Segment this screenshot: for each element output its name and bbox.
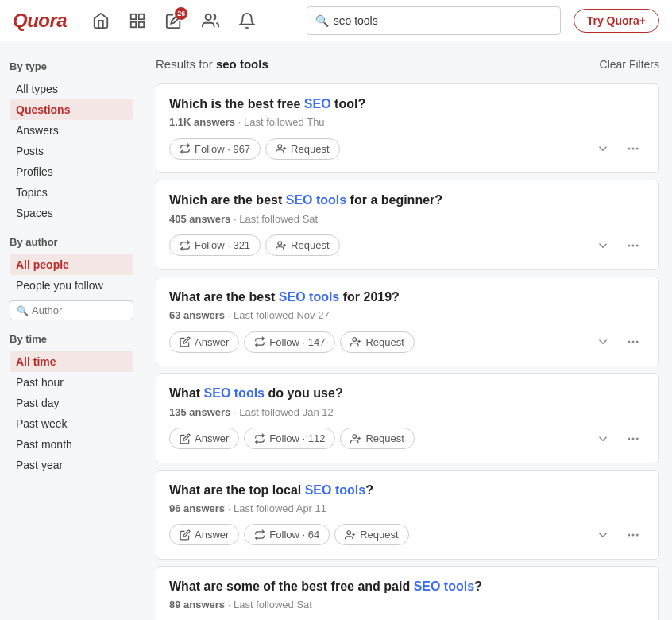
question-title[interactable]: Which is the best free SEO tool? [169, 95, 646, 113]
results-prefix: Results for [156, 57, 213, 71]
downvote-button[interactable] [590, 426, 616, 451]
results-query: seo tools [216, 57, 268, 71]
question-meta: 405 answers · Last followed Sat [169, 213, 646, 225]
filter-time-all-time[interactable]: All time [10, 351, 133, 372]
by-author-heading: By author [10, 236, 133, 248]
request-icon [350, 336, 361, 347]
answer-button[interactable]: Answer [169, 428, 239, 449]
question-title[interactable]: What SEO tools do you use? [169, 385, 646, 402]
svg-point-26 [628, 437, 630, 440]
downvote-button[interactable] [590, 329, 616, 355]
filter-author-people-you-follow[interactable]: People you follow [10, 275, 133, 296]
downvote-button[interactable] [590, 522, 616, 548]
author-search-container[interactable]: 🔍 [10, 300, 133, 320]
feed-icon [129, 12, 146, 29]
follow-icon [254, 529, 265, 541]
nav-icons: 26 [86, 6, 262, 36]
notifications-nav-button[interactable] [232, 6, 262, 36]
author-filters: All peoplePeople you follow [10, 254, 133, 296]
header: Quora 26 [0, 0, 672, 41]
write-nav-button[interactable]: 26 [159, 6, 189, 36]
filter-time-past-hour[interactable]: Past hour [10, 372, 133, 393]
search-icon: 🔍 [315, 14, 329, 27]
follow-button[interactable]: Follow · 321 [169, 234, 261, 256]
quora-logo[interactable]: Quora [13, 10, 67, 32]
svg-point-27 [632, 437, 635, 440]
home-nav-button[interactable] [86, 6, 116, 36]
filter-type-spaces[interactable]: Spaces [10, 203, 133, 223]
question-card: What are the best SEO tools for 2019?63 … [156, 277, 659, 366]
highlight-text: SEO [304, 97, 331, 110]
svg-point-33 [632, 533, 635, 536]
home-icon [92, 12, 110, 29]
svg-point-28 [636, 437, 639, 440]
follow-button[interactable]: Follow · 147 [244, 331, 335, 353]
by-time-heading: By time [10, 333, 133, 345]
downvote-button[interactable] [590, 136, 616, 161]
results-header: Results for seo tools Clear Filters [156, 54, 659, 74]
write-badge: 26 [175, 7, 187, 20]
filter-time-past-month[interactable]: Past month [10, 434, 133, 455]
question-card: What SEO tools do you use?135 answers · … [156, 373, 659, 463]
question-meta: 1.1K answers · Last followed Thu [169, 116, 646, 128]
filter-time-past-day[interactable]: Past day [10, 393, 133, 413]
ellipsis-icon [626, 238, 640, 253]
svg-point-20 [628, 341, 630, 343]
question-actions: Answer Follow · 64 Request [169, 522, 646, 548]
question-title[interactable]: What are the top local SEO tools? [169, 482, 646, 499]
more-options-button[interactable] [620, 329, 646, 355]
more-options-button[interactable] [620, 233, 646, 258]
question-title[interactable]: What are some of the best free and paid … [169, 578, 646, 595]
more-options-button[interactable] [620, 522, 646, 548]
svg-point-14 [628, 244, 630, 246]
question-title[interactable]: Which are the best SEO tools for a begin… [169, 192, 646, 209]
filter-type-all-types[interactable]: All types [10, 79, 133, 99]
follow-button[interactable]: Follow · 64 [244, 524, 330, 545]
request-button[interactable]: Request [340, 428, 414, 449]
request-button[interactable]: Request [265, 234, 339, 256]
people-nav-button[interactable] [195, 6, 226, 36]
filter-type-questions[interactable]: Questions [10, 99, 133, 120]
type-filters: All typesQuestionsAnswersPostsProfilesTo… [10, 79, 133, 223]
downvote-icon [596, 238, 610, 253]
question-title[interactable]: What are the best SEO tools for 2019? [169, 289, 646, 306]
follow-button[interactable]: Follow · 967 [169, 138, 261, 160]
follow-button[interactable]: Follow · 112 [244, 428, 335, 449]
svg-point-11 [278, 242, 282, 246]
svg-point-22 [636, 341, 639, 343]
downvote-button[interactable] [590, 233, 616, 258]
clear-filters-button[interactable]: Clear Filters [600, 58, 659, 71]
filter-type-answers[interactable]: Answers [10, 120, 133, 141]
more-options-button[interactable] [620, 136, 646, 161]
svg-point-10 [636, 148, 639, 150]
search-bar[interactable]: 🔍 [307, 6, 561, 35]
try-plus-button[interactable]: Try Quora+ [574, 9, 659, 33]
request-button[interactable]: Request [334, 524, 408, 545]
filter-author-all-people[interactable]: All people [10, 254, 133, 275]
highlight-text: SEO tools [279, 290, 339, 304]
svg-point-4 [206, 14, 211, 19]
filter-type-posts[interactable]: Posts [10, 141, 133, 161]
request-button[interactable]: Request [265, 138, 339, 160]
answer-button[interactable]: Answer [169, 524, 239, 545]
filter-time-past-year[interactable]: Past year [10, 455, 133, 475]
svg-point-8 [628, 148, 630, 150]
svg-point-21 [632, 341, 635, 343]
question-card: What are the top local SEO tools?96 answ… [156, 470, 659, 560]
svg-point-5 [278, 145, 282, 149]
question-meta: 63 answers · Last followed Nov 27 [169, 309, 646, 321]
more-options-button[interactable] [620, 426, 646, 451]
author-search-icon: 🔍 [17, 305, 29, 316]
filter-type-profiles[interactable]: Profiles [10, 161, 133, 182]
svg-rect-2 [131, 21, 136, 26]
answer-button[interactable]: Answer [169, 331, 239, 353]
highlight-text: SEO tools [305, 483, 365, 497]
feed-nav-button[interactable] [122, 6, 153, 36]
filter-type-topics[interactable]: Topics [10, 182, 133, 203]
request-button[interactable]: Request [340, 331, 414, 353]
follow-icon [254, 433, 265, 444]
filter-time-past-week[interactable]: Past week [10, 413, 133, 434]
search-input[interactable] [334, 14, 552, 27]
author-search-input[interactable] [32, 304, 126, 316]
main-content: Results for seo tools Clear Filters Whic… [143, 41, 672, 620]
